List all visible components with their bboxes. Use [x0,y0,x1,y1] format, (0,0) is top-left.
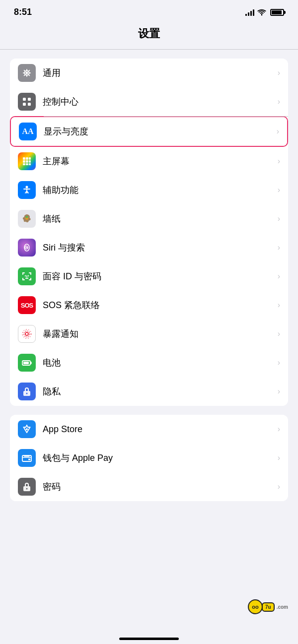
control-center-chevron: › [278,97,280,106]
settings-item-sos[interactable]: SOS SOS 紧急联络 › [10,291,288,320]
faceid-chevron: › [278,272,280,281]
highlight-wrapper: AA 显示与亮度 › [10,116,288,147]
settings-section-1: 通用 › 控制中心 › AA 显示与亮度 › [10,59,288,406]
home-screen-label: 主屏幕 [43,155,275,167]
svg-point-25 [26,393,28,394]
signal-icon [245,9,254,16]
exposure-icon [18,325,36,343]
watermark-logo: oo 7u [248,599,275,614]
home-bar [119,638,179,640]
battery-chevron: › [278,358,280,367]
wallet-chevron: › [278,453,280,462]
svg-rect-4 [23,103,26,106]
svg-rect-5 [28,103,31,106]
svg-rect-8 [29,157,31,160]
appstore-label: App Store [43,424,275,435]
password-chevron: › [278,482,280,491]
settings-item-home-screen[interactable]: 主屏幕 › [10,147,288,176]
svg-point-20 [24,331,30,337]
battery-icon [270,9,284,16]
privacy-chevron: › [278,387,280,396]
siri-icon [18,239,36,257]
watermark-text: 7u [262,602,275,612]
svg-point-30 [26,488,28,490]
status-time: 8:51 [14,7,32,17]
svg-rect-11 [29,160,31,163]
svg-rect-2 [23,98,26,101]
svg-rect-3 [28,98,31,101]
wifi-icon [257,9,266,16]
svg-rect-7 [26,157,28,160]
wallpaper-icon [18,210,36,228]
svg-point-26 [26,428,28,430]
svg-point-15 [26,186,28,189]
svg-rect-12 [23,163,25,165]
control-center-icon [18,93,36,111]
display-chevron: › [277,127,279,136]
faceid-icon [18,267,36,285]
svg-rect-13 [26,163,28,165]
siri-chevron: › [278,243,280,252]
svg-rect-6 [23,157,25,160]
exposure-label: 暴露通知 [43,328,275,340]
wallpaper-label: 墙纸 [43,213,275,225]
watermark-eye-left: oo [248,599,263,614]
watermark: oo 7u .com [248,599,288,614]
settings-item-wallpaper[interactable]: 墙纸 › [10,204,288,233]
wallpaper-chevron: › [278,214,280,223]
control-center-label: 控制中心 [43,96,275,108]
home-screen-icon [18,152,36,170]
svg-rect-28 [28,459,30,460]
battery-label: 电池 [43,357,275,369]
password-label: 密码 [43,481,275,493]
password-icon [18,478,36,496]
general-icon [18,64,36,82]
settings-item-battery[interactable]: 电池 › [10,348,288,377]
settings-item-general[interactable]: 通用 › [10,59,288,87]
svg-point-19 [25,332,28,335]
wallet-label: 钱包与 Apple Pay [43,452,275,464]
page-title: 设置 [0,21,298,49]
sos-chevron: › [278,301,280,310]
sos-label: SOS 紧急联络 [43,299,275,311]
privacy-label: 隐私 [43,386,275,397]
wallet-icon [18,449,36,467]
faceid-label: 面容 ID 与密码 [43,270,275,282]
accessibility-chevron: › [278,186,280,194]
settings-item-privacy[interactable]: 隐私 › [10,377,288,406]
svg-point-18 [26,247,28,249]
settings-item-appstore[interactable]: App Store › [10,415,288,444]
display-label: 显示与亮度 [44,126,274,137]
settings-item-display[interactable]: AA 显示与亮度 › [11,117,287,146]
sos-icon: SOS [18,296,36,314]
top-divider [0,49,298,50]
status-icons [245,9,284,16]
home-screen-chevron: › [278,157,280,166]
settings-item-exposure[interactable]: 暴露通知 › [10,320,288,348]
settings-section-2: App Store › 钱包与 Apple Pay › 密码 › [10,415,288,501]
watermark-domain: .com [277,604,288,610]
svg-rect-9 [23,160,25,163]
status-bar: 8:51 [0,0,298,21]
settings-item-wallet[interactable]: 钱包与 Apple Pay › [10,444,288,472]
display-icon: AA [19,123,37,140]
privacy-icon [18,383,36,400]
svg-rect-23 [23,362,29,364]
svg-rect-14 [29,163,31,165]
exposure-chevron: › [278,329,280,338]
accessibility-icon [18,181,36,199]
appstore-chevron: › [278,425,280,434]
siri-label: Siri 与搜索 [43,242,275,254]
general-label: 通用 [43,67,275,79]
settings-item-siri[interactable]: Siri 与搜索 › [10,233,288,262]
accessibility-label: 辅助功能 [43,184,275,196]
settings-item-password[interactable]: 密码 › [10,472,288,501]
settings-item-accessibility[interactable]: 辅助功能 › [10,176,288,204]
battery-item-icon [18,354,36,372]
settings-item-faceid[interactable]: 面容 ID 与密码 › [10,262,288,291]
settings-item-control-center[interactable]: 控制中心 › [10,87,288,116]
svg-rect-10 [26,160,28,163]
general-chevron: › [278,68,280,77]
svg-point-0 [26,72,28,74]
appstore-icon [18,420,36,438]
